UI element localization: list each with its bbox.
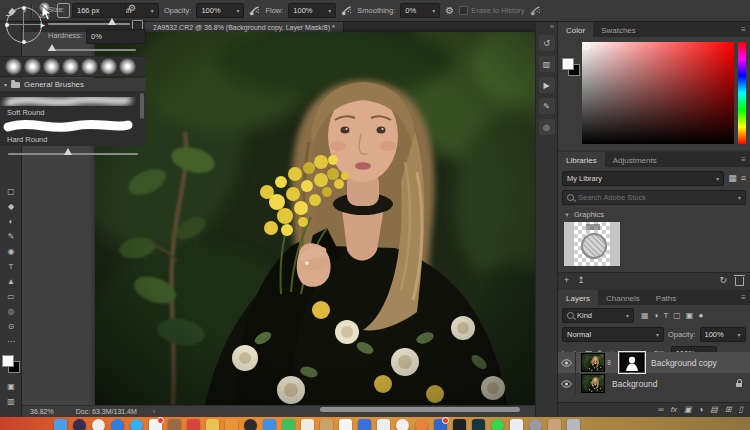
brush-hardness-input[interactable]: 0% [86,29,146,44]
soft-round-preset-icon[interactable] [5,58,22,75]
dock-app-icon[interactable] [453,419,466,430]
pressure-opacity-icon[interactable] [249,5,260,16]
type-tool-icon[interactable]: T [0,259,22,274]
dock-app-icon[interactable] [320,419,333,430]
foreground-color-swatch[interactable] [2,355,14,367]
dock-app-icon[interactable] [491,419,504,430]
dock-app-icon[interactable] [567,419,580,430]
healing-brush-tool-icon[interactable]: ◐ [0,214,22,229]
delete-icon[interactable] [735,277,744,286]
preview-size-slider[interactable] [8,153,138,155]
dock-app-icon[interactable] [472,419,485,430]
layer-filter-select[interactable]: Kind ▾ [562,308,634,323]
dock-app-icon[interactable] [130,419,143,430]
grid-view-icon[interactable]: ▦ [728,174,737,183]
graphics-section-header[interactable]: ▼ Graphics [558,205,750,219]
history-panel-icon[interactable]: ↺ [539,35,555,51]
tab-libraries[interactable]: Libraries [558,152,605,167]
dock-app-icon[interactable] [301,419,314,430]
actions-panel-icon[interactable]: ▶ [539,77,555,93]
layer-row-background-copy[interactable]: ∞ Background copy [558,352,750,373]
erase-to-history-option[interactable]: Erase to History [459,6,524,15]
tab-swatches[interactable]: Swatches [593,22,644,37]
layers-opacity-select[interactable]: 100% ▾ [700,327,746,342]
layer-visibility-toggle[interactable] [558,352,576,373]
brush-list-scrollbar[interactable] [140,93,144,119]
new-layer-icon[interactable]: ⊞ [725,406,732,414]
dock-app-icon[interactable] [434,419,447,430]
soft-round-preset-icon[interactable] [119,58,136,75]
path-selection-tool-icon[interactable]: ▲ [0,274,22,289]
soft-round-preset-icon[interactable] [81,58,98,75]
dock-app-icon[interactable] [263,419,276,430]
photo-canvas[interactable] [95,32,535,405]
soft-round-preset-icon[interactable] [100,58,117,75]
crop-tool-icon[interactable]: ▢ [0,184,22,199]
library-graphic-thumbnail[interactable] [564,222,620,266]
tab-color[interactable]: Color [558,22,593,37]
clone-stamp-tool-icon[interactable]: ◉ [0,244,22,259]
dock-app-icon[interactable] [529,419,542,430]
dock-app-icon[interactable] [168,419,181,430]
filter-shape-layers-icon[interactable]: ▢ [673,312,681,320]
filter-pixel-layers-icon[interactable]: ▦ [641,312,649,320]
layer-row-background[interactable]: Background [558,373,750,394]
search-input[interactable]: Search Adobe Stock ▾ [562,190,746,205]
horizontal-scrollbar[interactable] [320,407,520,412]
hard-round-brush-stroke[interactable] [0,117,136,133]
dock-app-icon[interactable] [548,419,561,430]
color-saturation-field[interactable] [582,42,734,144]
adjustment-layer-icon[interactable]: ◑ [698,406,703,414]
properties-panel-icon[interactable]: ▥ [539,56,555,72]
dock-app-icon[interactable] [415,419,428,430]
clone-source-panel-icon[interactable]: ◎ [539,119,555,135]
color-fg-bg-swatches[interactable] [562,58,580,76]
brush-tool-icon[interactable]: ✎ [0,229,22,244]
link-layers-icon[interactable]: ∞ [658,406,664,414]
smoothing-gear-icon[interactable]: ⚙ [445,6,454,16]
layer-thumbnail[interactable] [581,374,605,393]
brush-angle-control[interactable]: ▶ [6,7,42,43]
gear-icon[interactable]: ⚙ [128,4,136,13]
shape-tool-icon[interactable]: ▭ [0,289,22,304]
edit-toolbar-icon[interactable]: ⋯ [0,334,22,349]
dock-app-icon[interactable] [225,419,238,430]
dock-app-icon[interactable] [54,419,67,430]
dock-app-icon[interactable] [510,419,523,430]
hand-tool-icon[interactable]: ◎ [0,304,22,319]
flow-select[interactable]: 100% ▾ [288,3,336,18]
dock-app-icon[interactable] [396,419,409,430]
dock-app-icon[interactable] [149,419,162,430]
filter-adjustment-layers-icon[interactable]: ◑ [654,312,659,320]
add-library-item-icon[interactable]: + [564,276,569,285]
erase-to-history-checkbox[interactable] [459,6,468,15]
dock-app-icon[interactable] [73,419,86,430]
collapse-panels-icon[interactable]: » [536,22,557,30]
brush-size-slider-thumb[interactable] [108,18,116,25]
dock-app-icon[interactable] [339,419,352,430]
tab-adjustments[interactable]: Adjustments [605,152,665,167]
dock-app-icon[interactable] [358,419,371,430]
panel-menu-icon[interactable]: ≡ [741,155,746,164]
dock-app-icon[interactable] [282,419,295,430]
filter-type-layers-icon[interactable]: T [663,312,668,320]
dock-app-icon[interactable] [377,419,390,430]
brush-item-soft-round[interactable]: Soft Round [0,108,143,117]
brush-hardness-slider-thumb[interactable] [48,44,56,51]
add-layer-mask-icon[interactable]: ▣ [684,406,692,414]
filter-toggle-icon[interactable]: ● [698,312,703,320]
panel-menu-icon[interactable]: ≡ [741,25,746,34]
blend-mode-select[interactable]: Normal ▾ [562,327,664,342]
list-view-icon[interactable]: ≡ [741,174,746,183]
airbrush-icon[interactable] [341,5,352,16]
brush-item-hard-round[interactable]: Hard Round [0,135,143,144]
status-expand-icon[interactable]: › [153,408,155,415]
opacity-select[interactable]: 100% ▾ [196,3,244,18]
tab-channels[interactable]: Channels [598,290,648,305]
brush-hardness-slider[interactable] [48,49,136,51]
dock-app-icon[interactable] [92,419,105,430]
tab-paths[interactable]: Paths [648,290,684,305]
pressure-size-icon[interactable] [530,5,541,16]
preview-size-slider-thumb[interactable] [64,148,72,155]
layer-name[interactable]: Background [612,379,657,389]
